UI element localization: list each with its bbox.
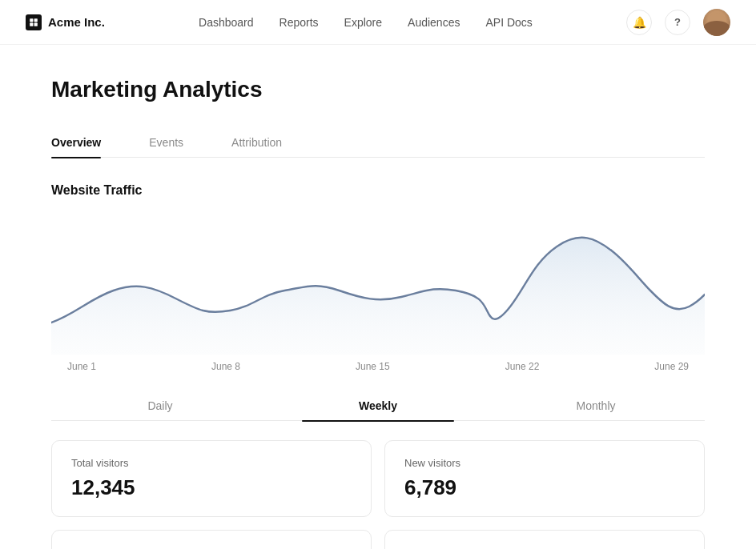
- chart-x-labels: June 1 June 8 June 15 June 22 June 29: [51, 361, 705, 372]
- chart-label-june1: June 1: [67, 361, 96, 372]
- stat-value-total-visitors: 12,345: [71, 475, 352, 500]
- stat-card-total-visitors: Total visitors 12,345: [51, 440, 372, 517]
- chart-svg: [51, 210, 705, 355]
- notifications-button[interactable]: 🔔: [626, 10, 652, 35]
- chart-label-june29: June 29: [654, 361, 689, 372]
- stat-cards: Total visitors 12,345 New visitors 6,789…: [51, 440, 705, 549]
- svg-rect-1: [34, 18, 38, 22]
- website-traffic-chart: [51, 210, 705, 355]
- tab-overview[interactable]: Overview: [51, 128, 101, 157]
- nav-actions: 🔔 ?: [626, 9, 730, 36]
- nav-link-dashboard[interactable]: Dashboard: [199, 16, 254, 29]
- svg-rect-2: [30, 22, 33, 26]
- stat-value-new-visitors: 6,789: [404, 475, 685, 500]
- period-tab-weekly[interactable]: Weekly: [269, 391, 487, 420]
- brand-name: Acme Inc.: [48, 15, 105, 29]
- chart-label-june15: June 15: [356, 361, 390, 372]
- navbar: Acme Inc. Dashboard Reports Explore Audi…: [0, 0, 756, 45]
- period-tab-daily[interactable]: Daily: [51, 391, 269, 420]
- bell-icon: 🔔: [633, 16, 646, 29]
- nav-link-audiences[interactable]: Audiences: [408, 16, 460, 29]
- page-title: Marketing Analytics: [51, 77, 705, 102]
- svg-rect-3: [34, 22, 38, 26]
- avatar[interactable]: [703, 9, 730, 36]
- tab-attribution[interactable]: Attribution: [231, 128, 282, 157]
- stat-card-avg-time: Average time on site 2m 15s: [384, 530, 705, 549]
- nav-links: Dashboard Reports Explore Audiences API …: [199, 16, 533, 29]
- brand[interactable]: Acme Inc.: [26, 14, 105, 30]
- stat-label-total-visitors: Total visitors: [71, 457, 352, 469]
- nav-link-api-docs[interactable]: API Docs: [485, 16, 532, 29]
- stat-label-new-visitors: New visitors: [404, 457, 685, 469]
- chart-label-june22: June 22: [505, 361, 540, 372]
- nav-link-explore[interactable]: Explore: [344, 16, 382, 29]
- tab-events[interactable]: Events: [149, 128, 183, 157]
- stat-card-returning-visitors: Returning visitors 5,678: [51, 530, 372, 549]
- website-traffic-title: Website Traffic: [51, 183, 705, 198]
- stat-card-new-visitors: New visitors 6,789: [384, 440, 705, 517]
- brand-logo-icon: [26, 14, 42, 30]
- page-tabs: Overview Events Attribution: [51, 128, 705, 158]
- period-tabs: Daily Weekly Monthly: [51, 391, 705, 421]
- main-content: Marketing Analytics Overview Events Attr…: [26, 45, 730, 549]
- help-icon: ?: [674, 16, 681, 28]
- help-button[interactable]: ?: [665, 10, 690, 35]
- chart-label-june8: June 8: [211, 361, 240, 372]
- avatar-image: [703, 9, 730, 36]
- period-tab-monthly[interactable]: Monthly: [487, 391, 705, 420]
- nav-link-reports[interactable]: Reports: [279, 16, 319, 29]
- svg-rect-0: [30, 18, 33, 22]
